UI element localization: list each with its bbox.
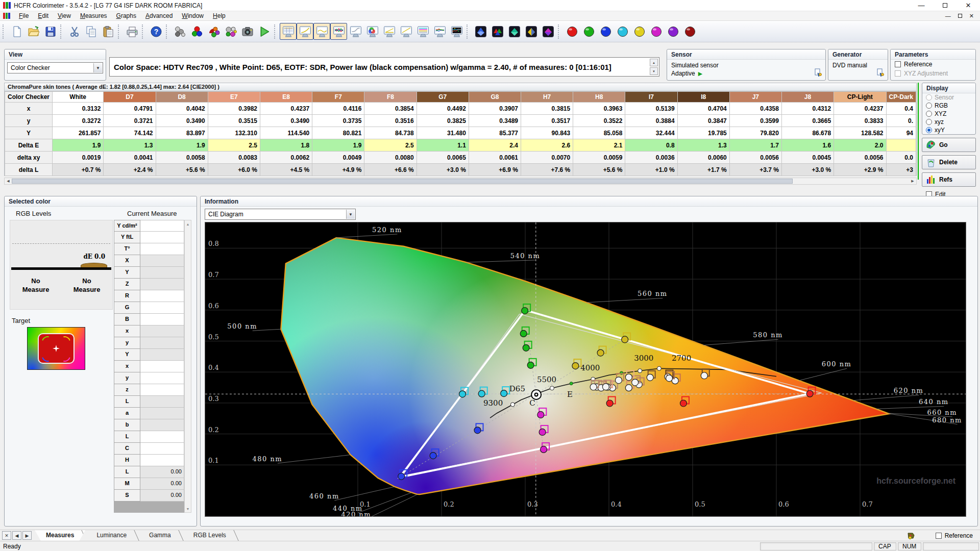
column-header-H8[interactable]: H8 xyxy=(573,92,625,103)
table-cell[interactable]: 1.9 xyxy=(53,139,104,152)
table-cell[interactable]: 0.4492 xyxy=(416,103,469,115)
measure-yellow-button[interactable] xyxy=(631,23,648,40)
table-cell[interactable]: +6.9 % xyxy=(469,164,521,176)
table-cell[interactable]: 0. xyxy=(886,115,916,127)
column-header-F7[interactable]: F7 xyxy=(312,92,364,103)
table-cell[interactable]: 0.0080 xyxy=(364,152,416,164)
table-cell[interactable]: 0.3721 xyxy=(104,115,156,127)
table-cell[interactable]: +6.6 % xyxy=(364,164,416,176)
close-button[interactable]: ✕ xyxy=(957,0,980,11)
refs-button[interactable]: Refs xyxy=(922,172,976,187)
display-option-rgb[interactable]: RGB xyxy=(922,102,975,110)
table-cell[interactable]: 0.0058 xyxy=(156,152,208,164)
table-cell[interactable]: 85.377 xyxy=(469,127,521,139)
column-header-CP-Dark[interactable]: CP-Dark xyxy=(886,92,916,103)
column-header-G7[interactable]: G7 xyxy=(416,92,469,103)
table-cell[interactable]: 2.5 xyxy=(208,139,260,152)
copy-button[interactable] xyxy=(83,23,100,40)
view-gamma-button[interactable] xyxy=(297,23,313,40)
table-cell[interactable] xyxy=(886,139,916,152)
sensor-config-icon[interactable] xyxy=(814,68,822,78)
table-cell[interactable]: 0.3665 xyxy=(781,115,834,127)
tab-luminance[interactable]: Luminance xyxy=(85,530,138,541)
table-cell[interactable]: 84.738 xyxy=(364,127,416,139)
table-cell[interactable]: 0.3515 xyxy=(208,115,260,127)
measure-3d-4-button[interactable] xyxy=(523,23,540,40)
view-multicurve-button[interactable] xyxy=(431,23,448,40)
table-cell[interactable]: 2.0 xyxy=(834,139,886,152)
table-cell[interactable]: 261.857 xyxy=(53,127,104,139)
menu-file[interactable]: File xyxy=(14,11,33,20)
new-file-button[interactable] xyxy=(8,23,25,40)
menu-view[interactable]: View xyxy=(53,11,76,20)
table-cell[interactable]: 0.3132 xyxy=(53,103,104,115)
table-cell[interactable]: 90.843 xyxy=(521,127,573,139)
tab-prev-icon[interactable]: ◀ xyxy=(12,531,21,540)
reference-checkbox[interactable]: Reference xyxy=(891,60,975,69)
view-colortemp-button[interactable] xyxy=(414,23,431,40)
mdi-restore-button[interactable] xyxy=(958,13,962,19)
menu-graphs[interactable]: Graphs xyxy=(112,11,141,20)
table-cell[interactable]: 0.3825 xyxy=(416,115,469,127)
table-cell[interactable]: +3.7 % xyxy=(729,164,781,176)
cut-button[interactable] xyxy=(66,23,83,40)
save-button[interactable] xyxy=(42,23,59,40)
scrollbar-thumb[interactable] xyxy=(12,179,793,184)
view-mode-select[interactable]: Color Checker ▼ xyxy=(7,62,103,73)
table-cell[interactable]: 0.3963 xyxy=(573,103,625,115)
table-cell[interactable]: 0.0045 xyxy=(781,152,834,164)
measure-continuous-button[interactable] xyxy=(222,23,239,40)
scroll-left-icon[interactable]: ◀ xyxy=(5,178,12,184)
table-cell[interactable]: 1.9 xyxy=(156,139,208,152)
table-cell[interactable]: 32.444 xyxy=(625,127,677,139)
table-cell[interactable]: 2.6 xyxy=(521,139,573,152)
table-cell[interactable]: +5.6 % xyxy=(156,164,208,176)
table-cell[interactable]: 0.3599 xyxy=(729,115,781,127)
table-cell[interactable]: 0.0059 xyxy=(573,152,625,164)
table-cell[interactable]: 0.4116 xyxy=(312,103,364,115)
minimize-button[interactable]: — xyxy=(910,0,933,11)
view-nearblack-button[interactable] xyxy=(313,23,330,40)
measure-purple-button[interactable] xyxy=(665,23,681,40)
table-cell[interactable]: +3.0 % xyxy=(781,164,834,176)
table-cell[interactable]: 79.820 xyxy=(729,127,781,139)
table-cell[interactable]: 0.3982 xyxy=(208,103,260,115)
table-cell[interactable]: 86.678 xyxy=(781,127,834,139)
measure-red-button[interactable] xyxy=(564,23,580,40)
view-cie-diagram-button[interactable] xyxy=(364,23,381,40)
delete-button[interactable]: Delete xyxy=(922,155,976,169)
column-header-J8[interactable]: J8 xyxy=(781,92,834,103)
table-cell[interactable]: 0.0062 xyxy=(260,152,312,164)
view-line-chart-button[interactable] xyxy=(381,23,398,40)
tab-measures[interactable]: Measures xyxy=(35,530,85,541)
table-cell[interactable]: 0.3847 xyxy=(677,115,729,127)
measure-3d-3-button[interactable] xyxy=(506,23,523,40)
table-cell[interactable]: +4.9 % xyxy=(312,164,364,176)
table-cell[interactable]: +2.9 % xyxy=(834,164,886,176)
column-header-G8[interactable]: G8 xyxy=(469,92,521,103)
maximize-button[interactable] xyxy=(933,0,957,11)
view-histogram-button[interactable] xyxy=(448,23,465,40)
table-cell[interactable]: +1.7 % xyxy=(677,164,729,176)
table-cell[interactable]: 2.5 xyxy=(364,139,416,152)
menu-measures[interactable]: Measures xyxy=(76,11,112,20)
run-measure-button[interactable] xyxy=(256,23,273,40)
table-cell[interactable]: 0.3854 xyxy=(364,103,416,115)
column-header-E8[interactable]: E8 xyxy=(260,92,312,103)
measure-table[interactable]: Color CheckerWhiteD7D8E7E8F7F8G7G8H7H8I7… xyxy=(4,91,917,176)
table-cell[interactable]: 1.8 xyxy=(260,139,312,152)
table-cell[interactable]: 0.8 xyxy=(625,139,677,152)
table-cell[interactable]: 0.0056 xyxy=(729,152,781,164)
print-button[interactable] xyxy=(124,23,140,40)
table-cell[interactable]: 1.9 xyxy=(312,139,364,152)
tab-next-icon[interactable]: ▶ xyxy=(22,531,32,540)
measure-3d-1-button[interactable] xyxy=(472,23,489,40)
table-cell[interactable]: 1.1 xyxy=(416,139,469,152)
table-cell[interactable]: 1.3 xyxy=(677,139,729,152)
table-cell[interactable]: 0.4237 xyxy=(834,103,886,115)
table-cell[interactable]: 0.0070 xyxy=(521,152,573,164)
table-cell[interactable]: 0.0056 xyxy=(834,152,886,164)
column-header-D8[interactable]: D8 xyxy=(156,92,208,103)
table-cell[interactable]: 0.4042 xyxy=(156,103,208,115)
table-cell[interactable]: 74.142 xyxy=(104,127,156,139)
